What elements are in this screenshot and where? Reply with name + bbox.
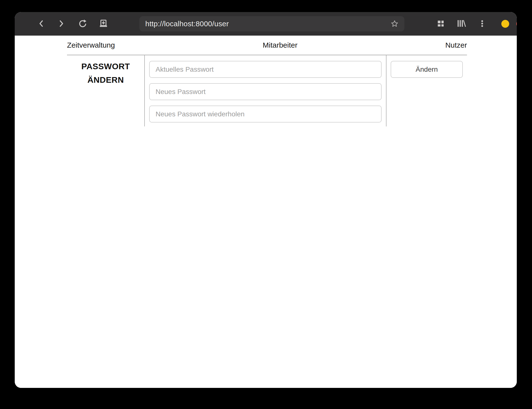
chevron-right-icon bbox=[57, 19, 66, 28]
nav-item-mitarbeiter[interactable]: Mitarbeiter bbox=[263, 41, 298, 49]
minimize-button[interactable] bbox=[501, 20, 509, 28]
url-text: http://localhost:8000/user bbox=[145, 20, 229, 28]
form-fields-column bbox=[145, 55, 386, 126]
library-icon bbox=[457, 19, 466, 29]
grid-icon bbox=[437, 19, 445, 28]
browser-toolbar: http://localhost:8000/user bbox=[15, 12, 517, 36]
change-password-button[interactable]: Ändern bbox=[391, 61, 463, 78]
tab-overview-button[interactable] bbox=[435, 18, 447, 30]
nav-item-zeitverwaltung[interactable]: Zeitverwaltung bbox=[67, 41, 115, 49]
repeat-new-password-input[interactable] bbox=[149, 106, 382, 123]
chevron-left-icon bbox=[37, 19, 45, 28]
main-nav: Zeitverwaltung Mitarbeiter Nutzer bbox=[67, 36, 467, 55]
url-bar[interactable]: http://localhost:8000/user bbox=[139, 16, 404, 31]
library-button[interactable] bbox=[455, 18, 467, 30]
page-content: Zeitverwaltung Mitarbeiter Nutzer PASSWO… bbox=[15, 36, 517, 388]
back-button[interactable] bbox=[35, 18, 47, 30]
forward-button[interactable] bbox=[55, 18, 67, 30]
nav-item-nutzer[interactable]: Nutzer bbox=[445, 41, 467, 49]
form-title-column: PASSWORT ÄNDERN bbox=[67, 55, 145, 126]
form-title: PASSWORT ÄNDERN bbox=[75, 55, 136, 126]
desktop-background: http://localhost:8000/user bbox=[0, 0, 532, 409]
new-password-input[interactable] bbox=[149, 83, 382, 100]
current-password-input[interactable] bbox=[149, 61, 382, 78]
reload-button[interactable] bbox=[77, 18, 89, 30]
kebab-menu-icon bbox=[478, 19, 486, 29]
bookmark-star-icon[interactable] bbox=[391, 20, 399, 28]
password-change-section: PASSWORT ÄNDERN Ändern bbox=[67, 55, 467, 126]
reload-icon bbox=[78, 19, 87, 29]
close-button[interactable] bbox=[516, 20, 517, 28]
menu-button[interactable] bbox=[476, 18, 488, 30]
new-tab-icon bbox=[99, 19, 107, 29]
form-action-column: Ändern bbox=[386, 55, 467, 126]
browser-window: http://localhost:8000/user bbox=[15, 12, 517, 388]
new-tab-button[interactable] bbox=[97, 18, 109, 30]
page-container: Zeitverwaltung Mitarbeiter Nutzer PASSWO… bbox=[67, 36, 467, 126]
